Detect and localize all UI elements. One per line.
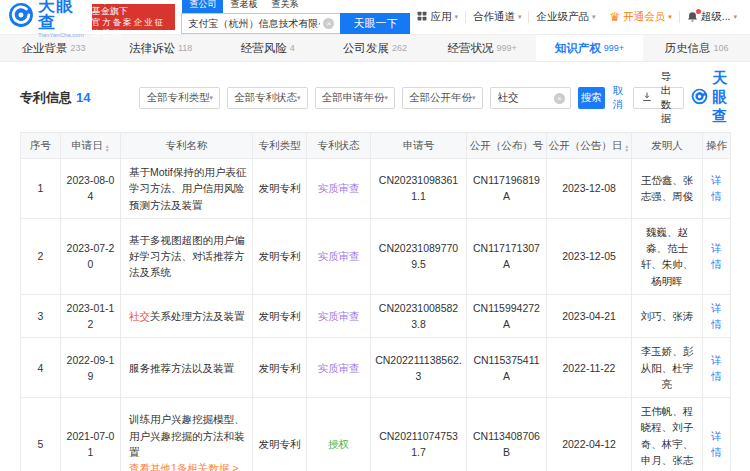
patent-type: 发明专利 bbox=[253, 218, 307, 294]
apps-grid-icon bbox=[417, 11, 427, 23]
export-data-button[interactable]: 导出数据 bbox=[633, 87, 684, 109]
search-type-tabs: 查公司 查老板 查关系 bbox=[181, 0, 410, 13]
header-search: 查公司 查老板 查关系 × 天眼一下 bbox=[181, 0, 410, 34]
search-submit-button[interactable]: 天眼一下 bbox=[340, 13, 410, 34]
publication-number: CN115994272A bbox=[467, 294, 547, 338]
menu-notifications[interactable]: 超级... ▾ bbox=[680, 10, 744, 24]
header-menu: 应用 ▾ 合作通道 ▾ 企业级产品 ▾ ♛ 开通会员 ▾ bbox=[410, 10, 744, 24]
search-tab-relation[interactable]: 查关系 bbox=[264, 0, 305, 13]
detail-link[interactable]: 详情 bbox=[711, 242, 722, 270]
filter-patent-type[interactable]: 全部专利类型▾ bbox=[139, 87, 220, 109]
detail-link[interactable]: 详情 bbox=[711, 302, 722, 330]
nav-tab-intellectual-property[interactable]: 知识产权999+ bbox=[536, 35, 643, 61]
patent-section-bar: 专利信息14 全部专利类型▾ 全部专利状态▾ 全部申请年份▾ 全部公开年份▾ ×… bbox=[20, 69, 730, 126]
patent-title-text: 关系处理方法及装置 bbox=[150, 310, 245, 322]
patent-type: 发明专利 bbox=[253, 159, 307, 219]
nav-tab-operational-risk[interactable]: 经营风险4 bbox=[214, 35, 321, 61]
col-apply-date: 申请日▲▼ bbox=[61, 133, 121, 159]
certification-badge: 国家中小企业发展子基金旗下 官方备案企业征信机构 bbox=[92, 4, 176, 30]
menu-open-membership[interactable]: ♛ 开通会员 ▾ bbox=[602, 10, 678, 24]
detail-link[interactable]: 详情 bbox=[711, 354, 722, 382]
status-badge: 授权 bbox=[328, 438, 349, 450]
action-cell: 详情 bbox=[703, 294, 731, 338]
table-row: 22023-07-20基于多视图超图的用户偏好学习方法、对话推荐方法及系统发明专… bbox=[21, 218, 731, 294]
col-patent-status: 专利状态 bbox=[307, 133, 371, 159]
status-badge: 实质审查 bbox=[318, 182, 360, 194]
publication-number: CN113408706B bbox=[467, 398, 547, 471]
patent-title-text: 基于多视图超图的用户偏好学习方法、对话推荐方法及系统 bbox=[129, 234, 245, 279]
menu-enterprise-products[interactable]: 企业级产品 ▾ bbox=[529, 10, 602, 24]
related-data-link[interactable]: 查看其他1条相关数据 > bbox=[129, 460, 248, 471]
cancel-search-link[interactable]: 取消 bbox=[613, 84, 625, 112]
patent-title: 训练用户兴趣挖掘模型、用户兴趣挖掘的方法和装置查看其他1条相关数据 > bbox=[121, 398, 253, 471]
nav-tab-business-status[interactable]: 经营状况999+ bbox=[429, 35, 536, 61]
sort-icon[interactable]: ▲▼ bbox=[624, 144, 629, 152]
col-patent-type: 专利类型 bbox=[253, 133, 307, 159]
patent-title: 服务推荐方法以及装置 bbox=[121, 338, 253, 398]
company-nav-tabs: 企业背景233 法律诉讼118 经营风险4 公司发展262 经营状况999+ 知… bbox=[0, 34, 750, 62]
patent-type: 发明专利 bbox=[253, 398, 307, 471]
search-tab-boss[interactable]: 查老板 bbox=[223, 0, 264, 13]
nav-tab-company-development[interactable]: 公司发展262 bbox=[321, 35, 428, 61]
publication-date: 2023-04-21 bbox=[547, 294, 632, 338]
row-index: 5 bbox=[21, 398, 61, 471]
table-row: 32023-01-12社交关系处理方法及装置发明专利实质审查CN20231008… bbox=[21, 294, 731, 338]
tianyancha-watermark: 天眼查 bbox=[691, 69, 730, 126]
application-number: CN202110747531.7 bbox=[371, 398, 467, 471]
application-number: CN202310085823.8 bbox=[371, 294, 467, 338]
action-cell: 详情 bbox=[703, 338, 731, 398]
chevron-down-icon: ▾ bbox=[518, 13, 522, 21]
company-search-input[interactable] bbox=[181, 13, 340, 34]
detail-link[interactable]: 详情 bbox=[711, 430, 722, 458]
tianyancha-logo[interactable]: 天眼查 TianYanCha.com bbox=[8, 0, 84, 38]
inventors: 王岱鑫、张志强、周俊 bbox=[632, 159, 703, 219]
patent-title-text: 训练用户兴趣挖掘模型、用户兴趣挖掘的方法和装置 bbox=[129, 413, 245, 458]
col-publication-number: 公开（公布）号 bbox=[467, 133, 547, 159]
chevron-down-icon: ▾ bbox=[592, 13, 596, 21]
chevron-down-icon: ▾ bbox=[668, 13, 672, 21]
menu-cooperation[interactable]: 合作通道 ▾ bbox=[466, 10, 529, 24]
col-patent-title: 专利名称 bbox=[121, 133, 253, 159]
search-keyword-highlight: 社交 bbox=[129, 310, 150, 322]
keyword-search-button[interactable]: 搜索 bbox=[578, 87, 605, 109]
row-index: 1 bbox=[21, 159, 61, 219]
table-header-row: 序号 申请日▲▼ 专利名称 专利类型 专利状态 申请号 公开（公布）号 公开（公… bbox=[21, 133, 731, 159]
row-index: 3 bbox=[21, 294, 61, 338]
publication-date: 2022-04-12 bbox=[547, 398, 632, 471]
filter-apply-year[interactable]: 全部申请年份▾ bbox=[315, 87, 396, 109]
patent-status: 授权 bbox=[307, 398, 371, 471]
badge-line1: 国家中小企业发展子基金旗下 bbox=[92, 0, 176, 17]
publication-number: CN115375411A bbox=[467, 338, 547, 398]
keyword-search: × bbox=[490, 87, 571, 109]
action-cell: 详情 bbox=[703, 398, 731, 471]
sort-icon[interactable]: ▲▼ bbox=[105, 144, 110, 152]
crown-icon: ♛ bbox=[609, 11, 620, 23]
col-index: 序号 bbox=[21, 133, 61, 159]
patent-status: 实质审查 bbox=[307, 338, 371, 398]
clear-keyword-icon[interactable]: × bbox=[554, 93, 565, 104]
chevron-down-icon: ▾ bbox=[454, 13, 458, 21]
search-tab-company[interactable]: 查公司 bbox=[182, 0, 223, 13]
apply-date: 2022-09-19 bbox=[61, 338, 121, 398]
inventors: 王伟帆、程晓程、刘子奇、林宇、申月、张志强 bbox=[632, 398, 703, 471]
nav-tab-company-background[interactable]: 企业背景233 bbox=[0, 35, 107, 61]
menu-apps[interactable]: 应用 ▾ bbox=[410, 10, 465, 24]
inventors: 李玉娇、彭从阳、杜宇亮 bbox=[632, 338, 703, 398]
filter-patent-status[interactable]: 全部专利状态▾ bbox=[227, 87, 308, 109]
inventors: 刘巧、张涛 bbox=[632, 294, 703, 338]
patent-status: 实质审查 bbox=[307, 294, 371, 338]
detail-link[interactable]: 详情 bbox=[711, 174, 722, 202]
patent-status: 实质审查 bbox=[307, 218, 371, 294]
chevron-down-icon: ▾ bbox=[472, 94, 476, 102]
application-number: CN202310983611.1 bbox=[371, 159, 467, 219]
row-index: 4 bbox=[21, 338, 61, 398]
patent-type: 发明专利 bbox=[253, 338, 307, 398]
filter-publish-year[interactable]: 全部公开年份▾ bbox=[402, 87, 483, 109]
chevron-down-icon: ▾ bbox=[297, 94, 301, 102]
nav-tab-legal-proceedings[interactable]: 法律诉讼118 bbox=[107, 35, 214, 61]
application-number: CN202310897709.5 bbox=[371, 218, 467, 294]
section-title: 专利信息14 bbox=[20, 89, 90, 107]
inventors: 魏巍、赵淼、范士轩、朱帅、杨明晖 bbox=[632, 218, 703, 294]
chevron-down-icon: ▾ bbox=[733, 13, 737, 21]
nav-tab-history[interactable]: 历史信息106 bbox=[643, 35, 750, 61]
